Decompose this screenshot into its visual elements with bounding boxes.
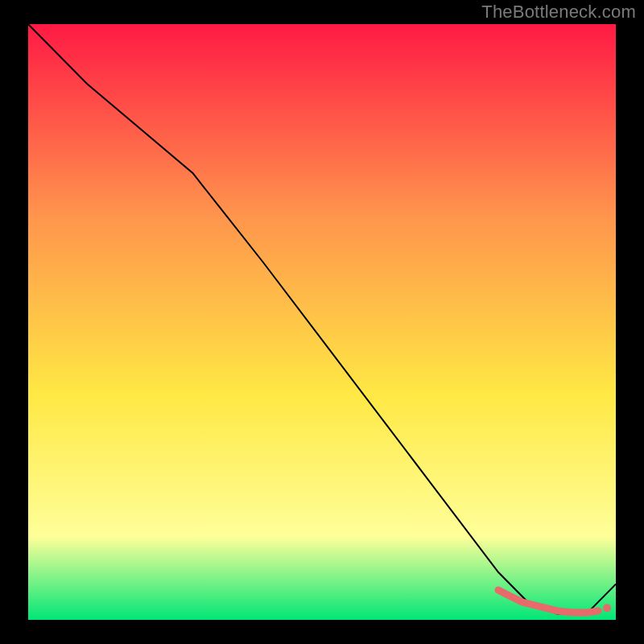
chart-frame: TheBottleneck.com [0, 0, 644, 644]
gradient-background [28, 24, 616, 620]
highlight-end-dot [603, 604, 611, 612]
chart-svg [28, 24, 616, 620]
watermark-text: TheBottleneck.com [481, 2, 636, 23]
plot-area [28, 24, 616, 620]
